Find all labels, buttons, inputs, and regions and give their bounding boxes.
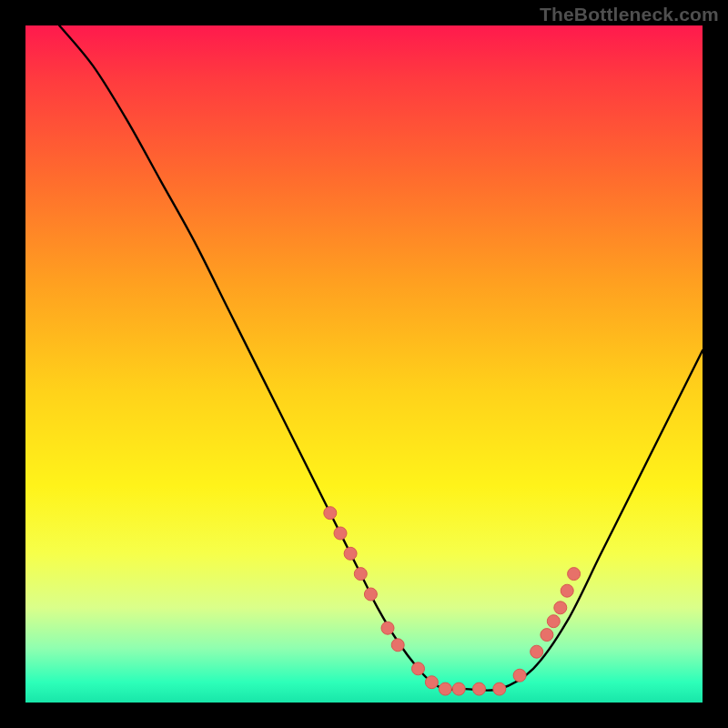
highlight-dot <box>364 588 377 601</box>
highlight-dot <box>324 507 337 520</box>
highlight-dots <box>324 507 581 695</box>
highlight-dot <box>561 584 573 597</box>
watermark-text: TheBottleneck.com <box>540 4 719 25</box>
highlight-dot <box>425 676 438 689</box>
highlight-dot <box>381 622 394 634</box>
chart-svg <box>25 25 703 703</box>
bottleneck-curve <box>59 25 703 691</box>
highlight-dot <box>493 682 506 695</box>
highlight-dot <box>531 645 543 658</box>
highlight-dot <box>391 639 404 652</box>
highlight-dot <box>473 682 486 695</box>
highlight-dot <box>568 568 581 581</box>
highlight-dot <box>541 629 553 642</box>
highlight-dot <box>334 527 347 540</box>
highlight-dot <box>554 602 567 614</box>
highlight-dot <box>412 662 425 675</box>
highlight-dot <box>344 547 357 560</box>
chart-plot-area <box>25 25 703 703</box>
highlight-dot <box>452 682 465 695</box>
highlight-dot <box>513 669 526 682</box>
highlight-dot <box>354 568 367 581</box>
highlight-dot <box>547 615 560 628</box>
highlight-dot <box>439 682 451 695</box>
